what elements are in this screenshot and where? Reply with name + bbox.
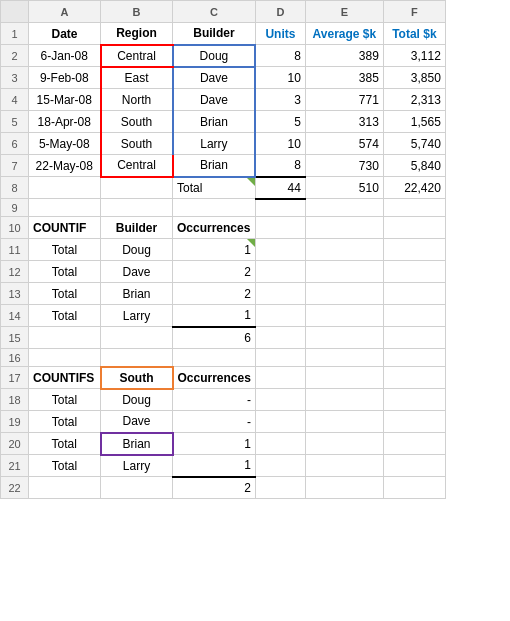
cell-c11[interactable]: 1 — [173, 239, 256, 261]
cell-d8[interactable]: 44 — [255, 177, 305, 199]
row-21-header: 21 — [1, 455, 29, 477]
row-18: 18 Total Doug - — [1, 389, 446, 411]
cell-b4[interactable]: North — [101, 89, 173, 111]
cell-c13[interactable]: 2 — [173, 283, 256, 305]
col-d-header[interactable]: D — [255, 1, 305, 23]
cell-c8[interactable]: Total — [173, 177, 256, 199]
cell-d1[interactable]: Units — [255, 23, 305, 45]
cell-c4[interactable]: Dave — [173, 89, 256, 111]
cell-c18[interactable]: - — [173, 389, 256, 411]
col-f-header[interactable]: F — [383, 1, 445, 23]
row-8: 8 Total 44 510 22,420 — [1, 177, 446, 199]
cell-b6[interactable]: South — [101, 133, 173, 155]
row-5-header: 5 — [1, 111, 29, 133]
cell-e2[interactable]: 389 — [305, 45, 383, 67]
cell-c7[interactable]: Brian — [173, 155, 256, 177]
cell-b14[interactable]: Larry — [101, 305, 173, 327]
row-7-header: 7 — [1, 155, 29, 177]
cell-d4[interactable]: 3 — [255, 89, 305, 111]
cell-a20[interactable]: Total — [29, 433, 101, 455]
cell-a6[interactable]: 5-May-08 — [29, 133, 101, 155]
cell-b1[interactable]: Region — [101, 23, 173, 45]
cell-f7[interactable]: 5,840 — [383, 155, 445, 177]
cell-b17[interactable]: South — [101, 367, 173, 389]
cell-c14[interactable]: 1 — [173, 305, 256, 327]
col-e-header[interactable]: E — [305, 1, 383, 23]
cell-b3[interactable]: East — [101, 67, 173, 89]
row-14: 14 Total Larry 1 — [1, 305, 446, 327]
row-5: 5 18-Apr-08 South Brian 5 313 1,565 — [1, 111, 446, 133]
cell-e8[interactable]: 510 — [305, 177, 383, 199]
col-b-header[interactable]: B — [101, 1, 173, 23]
cell-c19[interactable]: - — [173, 411, 256, 433]
cell-e7[interactable]: 730 — [305, 155, 383, 177]
cell-c2[interactable]: Doug — [173, 45, 256, 67]
cell-c6[interactable]: Larry — [173, 133, 256, 155]
cell-b12[interactable]: Dave — [101, 261, 173, 283]
cell-b21[interactable]: Larry — [101, 455, 173, 477]
cell-b2[interactable]: Central — [101, 45, 173, 67]
cell-e6[interactable]: 574 — [305, 133, 383, 155]
row-19: 19 Total Dave - — [1, 411, 446, 433]
cell-a21[interactable]: Total — [29, 455, 101, 477]
cell-e5[interactable]: 313 — [305, 111, 383, 133]
cell-d7[interactable]: 8 — [255, 155, 305, 177]
cell-a5[interactable]: 18-Apr-08 — [29, 111, 101, 133]
cell-b7[interactable]: Central — [101, 155, 173, 177]
cell-f8[interactable]: 22,420 — [383, 177, 445, 199]
cell-b20[interactable]: Brian — [101, 433, 173, 455]
cell-f1[interactable]: Total $k — [383, 23, 445, 45]
row-11: 11 Total Doug 1 — [1, 239, 446, 261]
cell-d6[interactable]: 10 — [255, 133, 305, 155]
cell-b18[interactable]: Doug — [101, 389, 173, 411]
cell-a2[interactable]: 6-Jan-08 — [29, 45, 101, 67]
row-14-header: 14 — [1, 305, 29, 327]
row-2: 2 6-Jan-08 Central Doug 8 389 3,112 — [1, 45, 446, 67]
row-20: 20 Total Brian 1 — [1, 433, 446, 455]
col-a-header[interactable]: A — [29, 1, 101, 23]
cell-e3[interactable]: 385 — [305, 67, 383, 89]
cell-b19[interactable]: Dave — [101, 411, 173, 433]
cell-a7[interactable]: 22-May-08 — [29, 155, 101, 177]
row-15: 15 6 — [1, 327, 446, 349]
cell-f3[interactable]: 3,850 — [383, 67, 445, 89]
cell-c15[interactable]: 6 — [173, 327, 256, 349]
cell-f4[interactable]: 2,313 — [383, 89, 445, 111]
cell-f6[interactable]: 5,740 — [383, 133, 445, 155]
cell-c1[interactable]: Builder — [173, 23, 256, 45]
cell-d5[interactable]: 5 — [255, 111, 305, 133]
cell-a19[interactable]: Total — [29, 411, 101, 433]
cell-f5[interactable]: 1,565 — [383, 111, 445, 133]
col-c-header[interactable]: C — [173, 1, 256, 23]
row-17-header: 17 — [1, 367, 29, 389]
cell-e1[interactable]: Average $k — [305, 23, 383, 45]
cell-a18[interactable]: Total — [29, 389, 101, 411]
cell-a4[interactable]: 15-Mar-08 — [29, 89, 101, 111]
cell-b13[interactable]: Brian — [101, 283, 173, 305]
cell-c22[interactable]: 2 — [173, 477, 256, 499]
cell-a17: COUNTIFS — [29, 367, 101, 389]
row-16-header: 16 — [1, 349, 29, 367]
cell-c17: Occurrences — [173, 367, 256, 389]
cell-c5[interactable]: Brian — [173, 111, 256, 133]
cell-c20[interactable]: 1 — [173, 433, 256, 455]
cell-c3[interactable]: Dave — [173, 67, 256, 89]
cell-f2[interactable]: 3,112 — [383, 45, 445, 67]
cell-c12[interactable]: 2 — [173, 261, 256, 283]
cell-a1[interactable]: Date — [29, 23, 101, 45]
cell-e4[interactable]: 771 — [305, 89, 383, 111]
cell-b11[interactable]: Doug — [101, 239, 173, 261]
cell-a11[interactable]: Total — [29, 239, 101, 261]
cell-c21[interactable]: 1 — [173, 455, 256, 477]
cell-a12[interactable]: Total — [29, 261, 101, 283]
cell-d3[interactable]: 10 — [255, 67, 305, 89]
cell-a14[interactable]: Total — [29, 305, 101, 327]
cell-a3[interactable]: 9-Feb-08 — [29, 67, 101, 89]
row-17: 17 COUNTIFS South Occurrences — [1, 367, 446, 389]
row-19-header: 19 — [1, 411, 29, 433]
cell-b5[interactable]: South — [101, 111, 173, 133]
cell-b10: Builder — [101, 217, 173, 239]
cell-d2[interactable]: 8 — [255, 45, 305, 67]
cell-a13[interactable]: Total — [29, 283, 101, 305]
row-12: 12 Total Dave 2 — [1, 261, 446, 283]
